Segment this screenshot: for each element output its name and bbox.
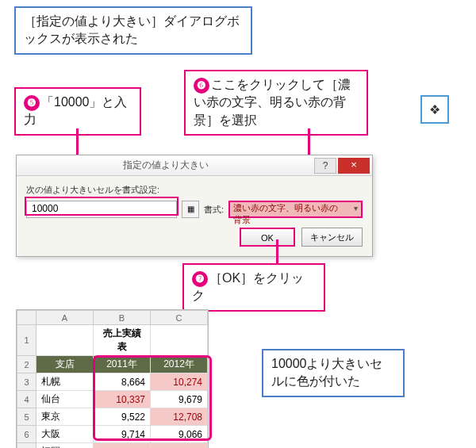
step-6-box: ❻ここをクリックして［濃い赤の文字、明るい赤の背景］を選択 [184,70,368,136]
cancel-button[interactable]: キャンセル [301,228,363,247]
cell-B4[interactable]: 10,337 [94,391,151,408]
step-5-text: 「10000」と入力 [24,95,128,126]
col-C[interactable]: C [151,311,208,325]
dropdown-button[interactable]: ❖ [420,95,449,124]
dialog-body: 次の値より大きいセルを書式設定: 10000 ▦ 書式: 濃い赤の文字、明るい赤… [17,176,372,256]
range-picker-icon[interactable]: ▦ [182,201,199,218]
format-label: 書式: [204,204,224,216]
cell-B6[interactable]: 9,714 [94,426,151,443]
cell-C5[interactable]: 12,708 [151,408,208,426]
row-5[interactable]: 5 [17,408,36,426]
col-B[interactable]: B [94,311,151,325]
row-7[interactable]: 7 [17,443,36,449]
threshold-input[interactable]: 10000 [26,201,177,218]
callout-dialog-shown: ［指定の値より大きい］ダイアログボックスが表示された [14,6,252,55]
cell-C6[interactable]: 9,066 [151,426,208,443]
cell-C2[interactable]: 2012年 [151,356,208,373]
spreadsheet: A B C 1 売上実績表 2 支店 2011年 2012年 3 札幌 8,66… [16,309,209,448]
arrow-step7 [276,239,278,263]
cell-A4[interactable]: 仙台 [36,391,94,408]
dialog-title: 指定の値より大きい [17,159,314,172]
row-3[interactable]: 3 [17,373,36,391]
step-5-number: ❺ [24,95,40,111]
step-7-text: ［OK］をクリック [192,271,304,302]
dialog-help-button[interactable]: ? [314,158,336,174]
format-select[interactable]: 濃い赤の文字、明るい赤の背景 [228,201,363,218]
cell-B1-title[interactable]: 売上実績表 [94,325,151,356]
cell-A7[interactable]: 福岡 [36,443,94,449]
step-6-text: ここをクリックして［濃い赤の文字、明るい赤の背景］を選択 [194,78,351,127]
cell-A5[interactable]: 東京 [36,408,94,426]
callout-result: 10000より大きいセルに色が付いた [262,349,405,397]
chevron-down-icon: ❖ [429,102,440,117]
row-1[interactable]: 1 [17,325,36,356]
step-7-box: ❼［OK］をクリック [182,263,325,312]
step-7-number: ❼ [192,271,208,287]
cell-C4[interactable]: 9,679 [151,391,208,408]
cell-A1[interactable] [36,325,94,356]
dialog-instruction-label: 次の値より大きいセルを書式設定: [26,184,363,196]
cell-B3[interactable]: 8,664 [94,373,151,391]
row-2[interactable]: 2 [17,356,36,373]
greater-than-dialog: 指定の値より大きい ? × 次の値より大きいセルを書式設定: 10000 ▦ 書… [16,155,373,257]
col-A[interactable]: A [36,311,94,325]
cell-C1[interactable] [151,325,208,356]
cell-A2[interactable]: 支店 [36,356,94,373]
dialog-close-button[interactable]: × [338,158,370,174]
corner-cell [17,311,36,325]
cell-B7[interactable]: 11,237 [94,443,151,449]
cell-B2[interactable]: 2011年 [94,356,151,373]
row-6[interactable]: 6 [17,426,36,443]
dialog-titlebar: 指定の値より大きい ? × [17,155,372,176]
cell-A3[interactable]: 札幌 [36,373,94,391]
ok-button[interactable]: OK [240,228,295,247]
cell-B5[interactable]: 9,522 [94,408,151,426]
row-4[interactable]: 4 [17,391,36,408]
cell-C7[interactable]: 13,965 [151,443,208,449]
cell-A6[interactable]: 大阪 [36,426,94,443]
cell-C3[interactable]: 10,274 [151,373,208,391]
step-6-number: ❻ [194,78,209,94]
